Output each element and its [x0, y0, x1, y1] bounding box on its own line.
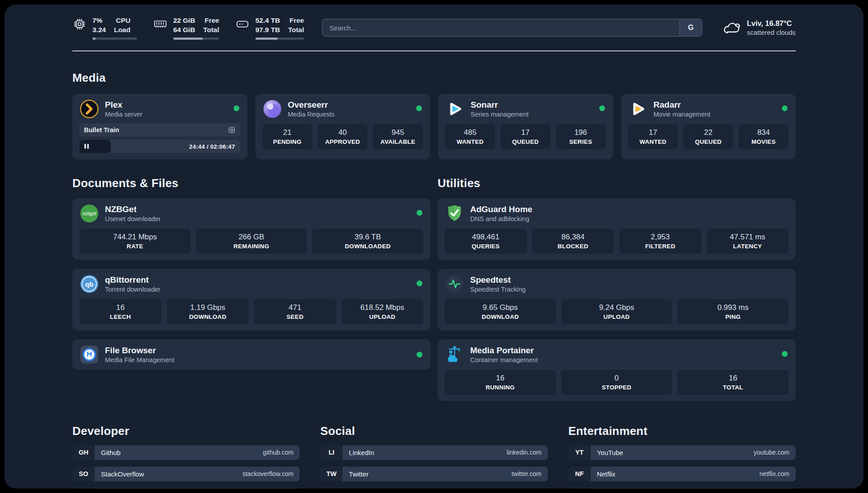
app-subtitle: Movie management: [654, 111, 710, 118]
playback-progressbar: 24:44 / 02:06:47: [79, 140, 240, 153]
stat-blocked: 86,384 BLOCKED: [532, 229, 614, 254]
stat-leech: 16 LEECH: [79, 299, 162, 324]
stat-latency: 47.571 ms LATENCY: [707, 229, 789, 254]
app-subtitle: Usenet downloader: [105, 215, 161, 222]
link-netflix[interactable]: NF Netflix netflix.com: [568, 467, 796, 481]
stat-total: 16 TOTAL: [677, 370, 789, 395]
app-subtitle: Media File Management: [105, 356, 175, 363]
topbar-divider: [72, 50, 796, 51]
app-name: Overseerr: [288, 100, 335, 110]
link-url: netflix.com: [760, 470, 789, 477]
plex-icon: [79, 99, 99, 119]
card-sonarr[interactable]: Sonarr Series management 485 WANTED 17 Q…: [438, 94, 613, 159]
status-dot: [416, 105, 422, 111]
card-overseerr[interactable]: Overseerr Media Requests 21 PENDING 40 A…: [255, 94, 430, 159]
documents-column: Documents & Files nzbget NZBGet Usenet d…: [72, 176, 430, 401]
link-youtube[interactable]: YT YouTube youtube.com: [568, 445, 796, 460]
app-subtitle: DNS and adblocking: [470, 215, 532, 222]
disk-icon: [235, 17, 250, 31]
svg-text:qb: qb: [85, 280, 93, 288]
link-tag: GH: [72, 445, 95, 460]
link-name: LinkedIn: [349, 449, 374, 456]
stat-pending: 21 PENDING: [263, 124, 313, 149]
app-subtitle: Media server: [105, 111, 142, 118]
playback-time: 24:44 / 02:06:47: [189, 143, 235, 150]
card-plex[interactable]: Plex Media server Bullet Train: [72, 94, 247, 159]
ram-labels: Free Total: [203, 16, 219, 35]
app-name: Plex: [105, 100, 142, 110]
card-qbittorrent[interactable]: qb qBittorrent Torrent downloader 16 LEE…: [72, 269, 430, 330]
svg-text:nzbget: nzbget: [83, 211, 96, 216]
stat-wanted: 17 WANTED: [628, 124, 678, 149]
weather-widget[interactable]: Lviv, 16.87°C scattered clouds: [722, 19, 796, 36]
pause-icon: [84, 143, 89, 149]
card-speedtest[interactable]: Speedtest Speedtest Tracking 9.65 Gbps D…: [438, 269, 796, 330]
link-stackoverflow[interactable]: SO StackOverflow stackoverflow.com: [72, 467, 300, 481]
link-github[interactable]: GH Github github.com: [72, 445, 300, 460]
link-url: twitter.com: [512, 470, 542, 477]
app-name: File Browser: [105, 345, 175, 356]
qbittorrent-icon: qb: [79, 274, 99, 294]
link-tag: TW: [320, 467, 342, 481]
stat-download: 1.19 Gbps DOWNLOAD: [167, 299, 249, 324]
now-playing-row: Bullet Train: [79, 123, 240, 137]
cpu-icon: [72, 17, 87, 31]
section-title-developer: Developer: [72, 424, 300, 438]
status-dot: [782, 351, 788, 357]
system-stats: 7% 3.24 CPU Load: [72, 16, 304, 40]
link-reddit[interactable]: RE Reddit reddit.com: [568, 488, 796, 489]
app-subtitle: Series management: [471, 111, 529, 118]
status-dot: [234, 105, 239, 111]
stat-approved: 40 APPROVED: [317, 124, 367, 149]
search-engine-button[interactable]: G: [680, 20, 701, 36]
link-url: stackoverflow.com: [242, 470, 293, 477]
stat-queued: 22 QUEUED: [683, 124, 733, 149]
app-name: Speedtest: [470, 275, 526, 285]
ram-stat: 22 GiB 64 GiB Free Total: [153, 16, 219, 40]
card-portainer[interactable]: Media Portainer Container management 16 …: [438, 339, 796, 401]
card-filebrowser[interactable]: File Browser Media File Management: [72, 339, 430, 370]
link-tag: YT: [568, 445, 591, 460]
status-dot: [599, 105, 605, 111]
section-title-social: Social: [320, 424, 547, 438]
card-adguard[interactable]: AdGuard Home DNS and adblocking 498,461 …: [438, 198, 796, 260]
stat-upload: 618.52 Mbps UPLOAD: [342, 299, 424, 324]
now-playing-title: Bullet Train: [84, 126, 119, 134]
link-linkedin[interactable]: LI LinkedIn linkedin.com: [320, 445, 547, 460]
disk-labels: Free Total: [288, 16, 304, 35]
status-dot: [417, 351, 422, 357]
section-title-entertainment: Entertainment: [568, 424, 796, 438]
card-nzbget[interactable]: nzbget NZBGet Usenet downloader 744.21 M…: [72, 198, 430, 260]
link-tag: RE: [568, 488, 591, 489]
app-name: Sonarr: [471, 100, 529, 110]
link-url: github.com: [263, 449, 293, 456]
link-name: Github: [101, 449, 121, 456]
weather-location-temp: Lviv, 16.87°C: [747, 19, 796, 28]
app-name: qBittorrent: [105, 275, 160, 285]
cpu-labels: CPU Load: [114, 16, 130, 35]
disk-progressbar: [255, 38, 304, 40]
cpu-values: 7% 3.24: [92, 16, 106, 35]
overseerr-icon: [263, 99, 282, 119]
entertainment-column: Entertainment YT YouTube youtube.com NF …: [568, 424, 796, 489]
stat-filtered: 2,953 FILTERED: [619, 229, 701, 254]
card-radarr[interactable]: Radarr Movie management 17 WANTED 22 QUE…: [621, 94, 796, 159]
link-url: youtube.com: [754, 449, 789, 456]
gear-icon[interactable]: [228, 126, 236, 134]
ram-values: 22 GiB 64 GiB: [173, 16, 195, 35]
link-twitter[interactable]: TW Twitter twitter.com: [320, 467, 547, 481]
app-subtitle: Container management: [470, 356, 538, 363]
stat-seed: 471 SEED: [254, 299, 336, 324]
stat-queued: 17 QUEUED: [501, 124, 551, 149]
link-dev[interactable]: DT DEV dev.to: [72, 488, 300, 489]
app-name: AdGuard Home: [470, 204, 532, 215]
link-name: YouTube: [597, 449, 623, 456]
link-tag: LI: [320, 445, 342, 460]
media-grid: Plex Media server Bullet Train: [72, 94, 796, 159]
stat-downloaded: 39.6 TB DOWNLOADED: [312, 229, 423, 254]
search-input[interactable]: [322, 19, 702, 37]
status-dot: [782, 105, 788, 111]
app-name: Media Portainer: [470, 345, 538, 356]
link-name: StackOverflow: [101, 470, 144, 478]
status-dot: [417, 280, 422, 286]
